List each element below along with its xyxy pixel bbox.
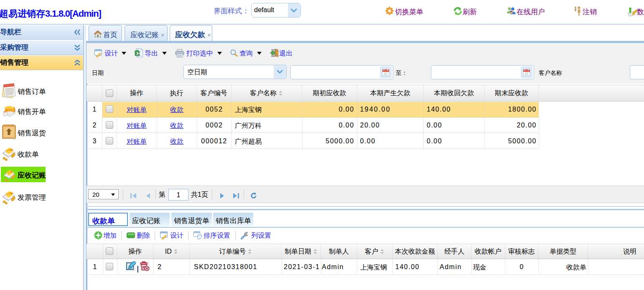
svg-text:17: 17 (384, 72, 387, 75)
svg-text:17: 17 (525, 72, 528, 75)
